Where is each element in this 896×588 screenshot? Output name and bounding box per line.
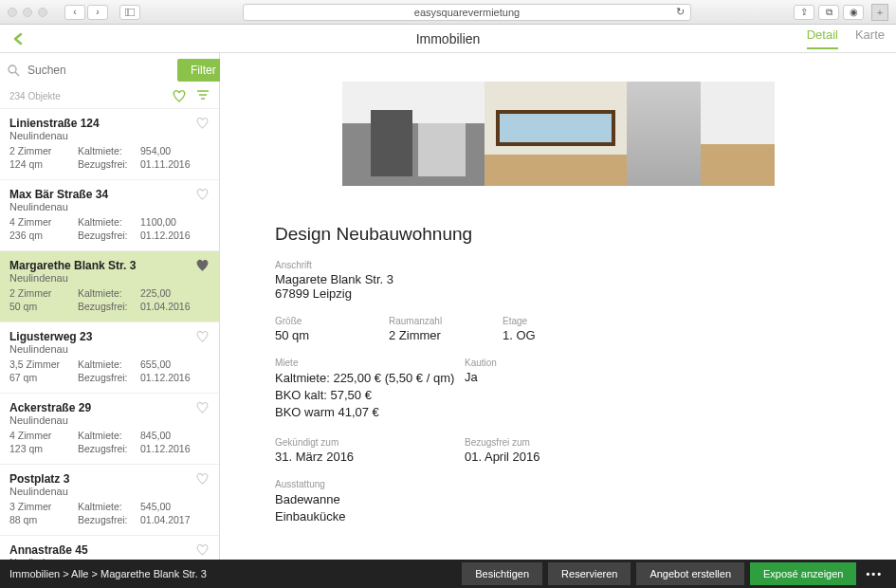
- list-item-rooms: 2 Zimmer: [9, 287, 78, 299]
- list-item-area: 123 qm: [9, 443, 78, 454]
- list-item-title: Postplatz 3: [9, 472, 210, 486]
- breadcrumb: Immobilien > Alle > Magarethe Blank Str.…: [9, 568, 207, 579]
- url-bar[interactable]: easysquarevermietung ↻: [243, 4, 691, 21]
- tab-map[interactable]: Karte: [855, 28, 885, 49]
- reload-icon[interactable]: ↻: [676, 6, 685, 18]
- list-item-area: 236 qm: [9, 230, 78, 241]
- list-item[interactable]: Linienstraße 124Neulindenau2 ZimmerKaltm…: [0, 108, 219, 179]
- close-window-icon[interactable]: [8, 8, 17, 17]
- favorite-icon[interactable]: [195, 330, 210, 342]
- list-item-district: Neulindenau: [9, 343, 210, 355]
- visit-button[interactable]: Besichtigen: [462, 562, 542, 585]
- back-button[interactable]: [11, 32, 25, 46]
- favorite-icon[interactable]: [195, 472, 210, 485]
- more-icon[interactable]: •••: [862, 568, 887, 579]
- list-item-rent-label: Kaltmiete:: [78, 287, 140, 299]
- url-text: easysquarevermietung: [414, 7, 520, 18]
- nav-buttons: ‹ ›: [64, 5, 108, 20]
- list-item-area: 67 qm: [9, 372, 78, 383]
- address-label: Anschrift: [275, 260, 841, 270]
- list-item-rent: 954,00: [140, 145, 195, 156]
- list-item-rent: 845,00: [140, 430, 195, 441]
- list-item-rooms: 3,5 Zimmer: [9, 358, 78, 370]
- list-item-district: Neulindenau: [9, 130, 210, 141]
- equipment-line-1: Badewanne: [275, 491, 841, 508]
- list-item-district: Neulindenau: [9, 272, 210, 284]
- forward-nav-button[interactable]: ›: [87, 5, 108, 20]
- favorite-icon[interactable]: [195, 401, 210, 413]
- favorite-icon[interactable]: [195, 117, 210, 129]
- list-item-district: Neulindenau: [9, 201, 210, 212]
- show-expose-button[interactable]: Exposé anzeigen: [750, 562, 856, 585]
- sort-icon[interactable]: [196, 89, 210, 102]
- gallery-image-interior[interactable]: [701, 82, 775, 186]
- available-label: Bezugsfrei zum: [465, 437, 597, 448]
- reserve-button[interactable]: Reservieren: [548, 562, 631, 585]
- terminated-label: Gekündigt zum: [275, 437, 465, 448]
- list-item-district: Neulindenau: [9, 414, 210, 426]
- favorite-icon[interactable]: [195, 543, 210, 556]
- share-button[interactable]: ⇪: [794, 5, 814, 20]
- sidebar-toggle-button[interactable]: [119, 5, 140, 20]
- list-item-avail-label: Bezugsfrei:: [78, 443, 140, 454]
- rent-line-3: BKO warm 41,07 €: [275, 404, 465, 421]
- tab-detail[interactable]: Detail: [807, 28, 838, 49]
- rent-label: Miete: [275, 358, 465, 368]
- svg-line-3: [15, 72, 19, 76]
- list-item-rent: 655,00: [140, 358, 195, 370]
- rooms-value: 2 Zimmer: [389, 328, 503, 342]
- list-item-avail: 01.11.2016: [140, 158, 195, 170]
- address-line1: Magarete Blank Str. 3: [275, 272, 841, 286]
- footer-bar: Immobilien > Alle > Magarethe Blank Str.…: [0, 560, 896, 588]
- list-item-rent-label: Kaltmiete:: [78, 358, 140, 370]
- gallery-image-exterior[interactable]: [342, 82, 485, 186]
- gallery-image-room[interactable]: [485, 82, 627, 186]
- minimize-window-icon[interactable]: [23, 8, 32, 17]
- equipment-line-2: Einbaukücke: [275, 508, 841, 525]
- page-title: Immobilien: [416, 31, 481, 46]
- search-icon: [8, 64, 20, 77]
- list-item-avail: 01.04.2017: [140, 514, 195, 525]
- address-line2: 67899 Leipzig: [275, 286, 841, 301]
- favorites-icon[interactable]: [172, 89, 187, 102]
- rent-line-1: Kaltmiete: 225,00 € (5,50 € / qm): [275, 370, 465, 387]
- list-item[interactable]: Max Bär Straße 34Neulindenau4 ZimmerKalt…: [0, 179, 219, 250]
- gallery-image-bath[interactable]: [627, 82, 701, 186]
- list-item-avail: 01.12.2016: [140, 372, 195, 383]
- list-item-title: Annastraße 45: [9, 543, 210, 557]
- list-item-rooms: 2 Zimmer: [9, 145, 78, 156]
- property-title: Design Neubauwohnung: [275, 224, 841, 245]
- list-item-area: 88 qm: [9, 514, 78, 525]
- svg-point-2: [9, 65, 16, 73]
- list-item[interactable]: Ackerstraße 29Neulindenau4 ZimmerKaltmie…: [0, 393, 219, 464]
- tabs-button[interactable]: ⧉: [818, 5, 839, 20]
- downloads-button[interactable]: ◉: [843, 5, 864, 20]
- list-item-avail: 01.12.2016: [140, 443, 195, 454]
- app-header: Immobilien Detail Karte: [0, 25, 896, 53]
- favorite-icon[interactable]: [195, 259, 210, 271]
- favorite-icon[interactable]: [195, 188, 210, 200]
- list-item-rent-label: Kaltmiete:: [78, 145, 140, 156]
- new-tab-button[interactable]: +: [871, 4, 888, 21]
- list-item[interactable]: Postplatz 3Neulindenau3 ZimmerKaltmiete:…: [0, 464, 219, 535]
- zoom-window-icon[interactable]: [38, 8, 47, 17]
- create-offer-button[interactable]: Angebot erstellen: [636, 562, 744, 585]
- sidebar: Filter 234 Objekte Linienstraße 124Neuli…: [0, 53, 220, 560]
- list-item[interactable]: Margarethe Blank Str. 3Neulindenau2 Zimm…: [0, 250, 219, 322]
- svg-rect-0: [125, 9, 135, 16]
- list-item-title: Linienstraße 124: [9, 117, 210, 130]
- back-nav-button[interactable]: ‹: [64, 5, 85, 20]
- terminated-value: 31. März 2016: [275, 450, 465, 464]
- list-item-title: Ligusterweg 23: [9, 330, 210, 343]
- list-item-avail-label: Bezugsfrei:: [78, 514, 140, 525]
- list-item[interactable]: Ligusterweg 23Neulindenau3,5 ZimmerKaltm…: [0, 322, 219, 393]
- list-item-rent: 1100,00: [140, 216, 195, 228]
- list-item-rent-label: Kaltmiete:: [78, 501, 140, 512]
- list-item-title: Margarethe Blank Str. 3: [9, 259, 210, 272]
- detail-pane: Design Neubauwohnung Anschrift Magarete …: [220, 53, 896, 560]
- list-item-district: Neulindenau: [9, 486, 210, 497]
- search-input[interactable]: [26, 60, 172, 81]
- list-item-rooms: 3 Zimmer: [9, 501, 78, 512]
- list-item-avail: 01.04.2016: [140, 301, 195, 312]
- list-item[interactable]: Annastraße 45Neulindenau4,5 ZimmerKaltmi…: [0, 535, 219, 560]
